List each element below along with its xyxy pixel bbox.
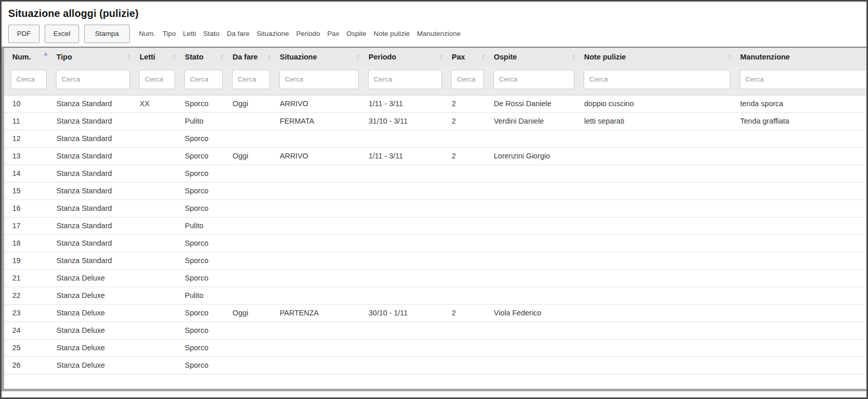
column-header-note-pulizie[interactable]: Note pulizie▲▼ bbox=[579, 48, 735, 66]
search-input-periodo[interactable] bbox=[368, 70, 442, 89]
cell-pax bbox=[447, 217, 489, 234]
column-toggle-letti[interactable]: Letti bbox=[183, 30, 197, 37]
search-input-da-fare[interactable] bbox=[232, 70, 270, 89]
cell-da-fare bbox=[227, 339, 275, 356]
cell-situazione bbox=[275, 130, 363, 147]
cell-num: 22 bbox=[4, 287, 51, 304]
alloggi-table: Num.▲Tipo▲▼Letti▲▼Stato▲▼Da fare▲▼Situaz… bbox=[4, 48, 866, 391]
cell-stato: Sporco bbox=[180, 356, 227, 374]
cell-da-fare bbox=[227, 356, 275, 374]
excel-button[interactable]: Excel bbox=[45, 25, 79, 43]
cell-stato: Sporco bbox=[180, 304, 227, 322]
cell-tipo: Stanza Standard bbox=[51, 112, 134, 130]
search-input-tipo[interactable] bbox=[56, 70, 130, 89]
cell-num: 25 bbox=[4, 339, 51, 356]
column-toggle-manutenzione[interactable]: Manutenzione bbox=[417, 30, 460, 37]
sort-icon: ▲▼ bbox=[728, 54, 731, 60]
column-toggle-tipo[interactable]: Tipo bbox=[163, 30, 176, 37]
cell-letti bbox=[134, 217, 180, 234]
cell-pax bbox=[447, 165, 489, 182]
top-area: Situazione alloggi (pulizie) PDFExcelSta… bbox=[2, 2, 866, 43]
cell-letti bbox=[134, 234, 180, 252]
cell-manutenzione bbox=[735, 182, 866, 200]
cell-letti bbox=[134, 252, 180, 269]
column-toggle-stato[interactable]: Stato bbox=[203, 30, 220, 37]
cell-manutenzione bbox=[735, 217, 866, 234]
cell-pax: 2 bbox=[447, 95, 489, 112]
column-toggle-periodo[interactable]: Periodo bbox=[296, 30, 320, 37]
cell-pax bbox=[447, 200, 489, 217]
app-window: Situazione alloggi (pulizie) PDFExcelSta… bbox=[0, 0, 868, 399]
clipped-row bbox=[4, 374, 866, 391]
table-row: 18Stanza StandardSporco bbox=[4, 234, 866, 252]
cell-manutenzione bbox=[735, 356, 866, 374]
column-header-label: Stato bbox=[185, 53, 203, 61]
cell-manutenzione bbox=[735, 287, 866, 304]
search-input-manutenzione[interactable] bbox=[740, 70, 866, 89]
cell-tipo: Stanza Standard bbox=[51, 130, 134, 147]
column-toggle-pax[interactable]: Pax bbox=[327, 30, 339, 37]
column-header-ospite[interactable]: Ospite▲▼ bbox=[489, 48, 579, 66]
table-row: 22Stanza DeluxePulito bbox=[4, 287, 866, 304]
search-input-letti[interactable] bbox=[139, 70, 175, 89]
cell-situazione: ARRIVO bbox=[275, 147, 363, 165]
cell-periodo bbox=[363, 182, 447, 200]
cell-stato: Sporco bbox=[180, 234, 227, 252]
cell-num: 13 bbox=[4, 147, 51, 165]
cell-pax bbox=[447, 356, 489, 374]
filter-cell-note-pulizie bbox=[579, 66, 735, 95]
pdf-button[interactable]: PDF bbox=[8, 25, 40, 43]
cell-tipo: Stanza Standard bbox=[51, 95, 134, 112]
column-header-letti[interactable]: Letti▲▼ bbox=[134, 48, 180, 66]
column-header-stato[interactable]: Stato▲▼ bbox=[180, 48, 227, 66]
cell-situazione bbox=[275, 322, 363, 339]
search-input-situazione[interactable] bbox=[279, 70, 359, 89]
search-input-num[interactable] bbox=[11, 70, 47, 89]
cell-situazione bbox=[275, 269, 363, 287]
column-header-da-fare[interactable]: Da fare▲▼ bbox=[227, 48, 275, 66]
table-row: 15Stanza StandardSporco bbox=[4, 182, 866, 200]
cell-periodo bbox=[363, 130, 447, 147]
column-header-periodo[interactable]: Periodo▲▼ bbox=[363, 48, 447, 66]
cell-da-fare: Oggi bbox=[227, 304, 275, 322]
sort-icon: ▲▼ bbox=[439, 54, 443, 60]
column-toggle-note-pulizie[interactable]: Note pulizie bbox=[374, 30, 410, 37]
stampa-button[interactable]: Stampa bbox=[84, 25, 130, 43]
cell-da-fare bbox=[227, 200, 275, 217]
cell-periodo bbox=[363, 217, 447, 234]
cell-ospite: Viola Federico bbox=[489, 304, 579, 322]
cell-note-pulizie bbox=[579, 269, 735, 287]
search-input-note-pulizie[interactable] bbox=[584, 70, 730, 89]
cell-stato: Sporco bbox=[180, 130, 227, 147]
column-toggle-situazione[interactable]: Situazione bbox=[257, 30, 289, 37]
cell-manutenzione bbox=[735, 165, 866, 182]
cell-ospite bbox=[489, 234, 579, 252]
search-input-ospite[interactable] bbox=[493, 70, 574, 89]
cell-num: 14 bbox=[4, 165, 51, 182]
cell-manutenzione bbox=[735, 147, 866, 165]
cell-tipo: Stanza Deluxe bbox=[51, 269, 134, 287]
column-header-tipo[interactable]: Tipo▲▼ bbox=[51, 48, 134, 66]
cell-situazione bbox=[275, 287, 363, 304]
column-toggle-ospite[interactable]: Ospite bbox=[346, 30, 367, 37]
sort-icon: ▲▼ bbox=[356, 54, 360, 60]
filter-cell-tipo bbox=[51, 66, 134, 95]
cell-da-fare bbox=[227, 252, 275, 269]
cell-situazione bbox=[275, 252, 363, 269]
cell-stato: Sporco bbox=[180, 147, 227, 165]
cell-num: 26 bbox=[4, 356, 51, 374]
cell-da-fare bbox=[227, 269, 275, 287]
column-header-manutenzione[interactable]: Manutenzione▲▼ bbox=[735, 48, 866, 66]
table-scroll-area: Num.▲Tipo▲▼Letti▲▼Stato▲▼Da fare▲▼Situaz… bbox=[2, 47, 866, 391]
column-header-situazione[interactable]: Situazione▲▼ bbox=[275, 48, 363, 66]
filter-cell-num bbox=[4, 66, 51, 95]
column-toggle-num[interactable]: Num. bbox=[139, 30, 156, 37]
column-header-num[interactable]: Num.▲ bbox=[4, 48, 51, 66]
cell-pax bbox=[447, 182, 489, 200]
column-header-pax[interactable]: Pax▲▼ bbox=[447, 48, 489, 66]
cell-letti bbox=[134, 304, 180, 322]
column-toggle-da-fare[interactable]: Da fare bbox=[227, 30, 249, 37]
search-input-stato[interactable] bbox=[184, 70, 223, 89]
search-input-pax[interactable] bbox=[451, 70, 484, 89]
filter-cell-letti bbox=[134, 66, 180, 95]
